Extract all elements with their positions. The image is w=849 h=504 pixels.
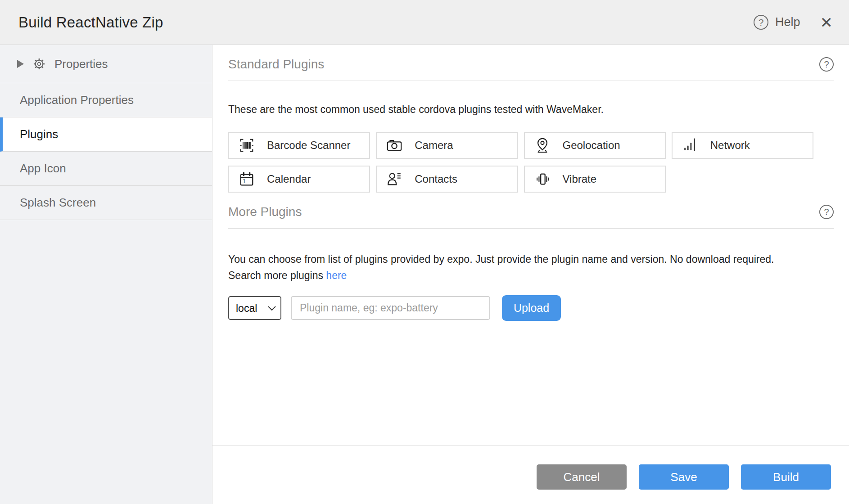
plugin-card-label: Calendar xyxy=(267,173,311,185)
geolocation-icon xyxy=(534,137,551,154)
more-plugins-help-icon[interactable]: ? xyxy=(819,205,834,219)
gear-icon xyxy=(32,57,46,71)
sidebar-item-app-icon[interactable]: App Icon xyxy=(0,152,212,186)
plugin-card-calendar[interactable]: 1 Calendar xyxy=(228,166,370,193)
sidebar-item-label: Application Properties xyxy=(20,93,134,107)
plugin-card-contacts[interactable]: Contacts xyxy=(376,166,518,193)
plugin-card-label: Contacts xyxy=(415,173,457,185)
standard-plugins-title: Standard Plugins xyxy=(228,57,324,72)
save-button[interactable]: Save xyxy=(639,464,729,490)
plugin-card-barcode-scanner[interactable]: Barcode Scanner xyxy=(228,132,370,159)
sidebar-item-label: Plugins xyxy=(20,127,58,141)
plugin-card-label: Camera xyxy=(415,139,453,152)
more-plugins-header: More Plugins ? xyxy=(228,204,834,220)
sidebar-item-splash-screen[interactable]: Splash Screen xyxy=(0,186,212,220)
sidebar-item-properties[interactable]: Properties xyxy=(0,45,212,83)
standard-plugins-header: Standard Plugins ? xyxy=(228,57,834,72)
upload-button[interactable]: Upload xyxy=(502,295,561,321)
vibrate-icon xyxy=(534,171,551,188)
sidebar-item-label: Properties xyxy=(54,57,108,71)
more-plugins-title: More Plugins xyxy=(228,204,302,220)
divider xyxy=(228,81,834,81)
footer-buttons: Cancel Save Build xyxy=(212,446,849,490)
plugin-card-network[interactable]: Network xyxy=(672,132,813,159)
barcode-icon xyxy=(238,137,255,154)
standard-plugins-grid: Barcode Scanner Camera xyxy=(228,132,813,193)
plugin-card-label: Geolocation xyxy=(563,139,620,152)
sidebar: Properties Application Properties Plugin… xyxy=(0,45,212,504)
divider xyxy=(228,228,834,229)
help-label: Help xyxy=(775,15,800,29)
search-plugins-link[interactable]: here xyxy=(326,270,347,281)
dialog-header: Build ReactNative Zip ? Help ✕ xyxy=(0,0,849,45)
plugin-name-input[interactable] xyxy=(291,296,490,320)
standard-plugins-description: These are the most common used stable co… xyxy=(228,104,834,116)
upload-controls: local Upload xyxy=(228,295,834,321)
sidebar-item-application-properties[interactable]: Application Properties xyxy=(0,83,212,117)
dialog-footer: Cancel Save Build xyxy=(212,446,849,490)
sidebar-item-label: App Icon xyxy=(20,162,66,176)
contacts-icon xyxy=(386,171,403,188)
sidebar-item-plugins[interactable]: Plugins xyxy=(0,117,212,152)
plugin-source-select[interactable]: local xyxy=(228,296,281,320)
build-reactnative-dialog: Build ReactNative Zip ? Help ✕ xyxy=(0,0,849,504)
help-icon: ? xyxy=(754,15,768,30)
plugin-card-label: Vibrate xyxy=(563,173,597,185)
cancel-button[interactable]: Cancel xyxy=(537,464,627,490)
camera-icon xyxy=(386,137,403,154)
calendar-icon: 1 xyxy=(238,171,255,188)
more-plugins-description: You can choose from list of plugins prov… xyxy=(228,251,834,284)
plugins-panel: Standard Plugins ? These are the most co… xyxy=(212,45,849,504)
dialog-title: Build ReactNative Zip xyxy=(18,14,163,31)
plugin-card-camera[interactable]: Camera xyxy=(376,132,518,159)
sidebar-item-label: Splash Screen xyxy=(20,196,96,210)
plugin-source-select-wrap: local xyxy=(228,296,281,320)
plugin-card-geolocation[interactable]: Geolocation xyxy=(524,132,666,159)
help-button[interactable]: ? Help xyxy=(754,15,800,30)
plugin-card-label: Barcode Scanner xyxy=(267,139,350,152)
standard-plugins-help-icon[interactable]: ? xyxy=(819,57,834,72)
svg-text:1: 1 xyxy=(243,178,246,184)
plugin-card-vibrate[interactable]: Vibrate xyxy=(524,166,666,193)
dialog-body: Properties Application Properties Plugin… xyxy=(0,45,849,504)
caret-right-icon xyxy=(17,60,24,68)
close-icon[interactable]: ✕ xyxy=(820,15,833,30)
plugin-card-label: Network xyxy=(710,139,750,152)
header-actions: ? Help ✕ xyxy=(754,15,833,30)
build-button[interactable]: Build xyxy=(741,464,831,490)
network-icon xyxy=(682,137,699,154)
